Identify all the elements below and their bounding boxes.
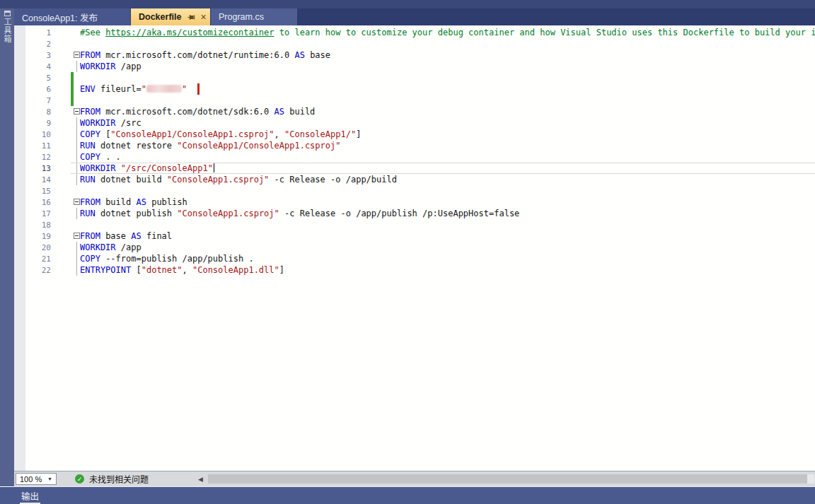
code-lines[interactable]: 1#See https://aka.ms/customizecontainer … — [14, 27, 815, 276]
horizontal-scrollbar[interactable] — [208, 474, 814, 484]
code-token: , — [274, 129, 284, 139]
code-text[interactable]: COPY . . — [80, 151, 815, 163]
code-token: base — [305, 50, 330, 60]
code-line-21[interactable]: 21COPY --from=publish /app/publish . — [14, 253, 815, 264]
code-line-9[interactable]: 9WORKDIR /src — [14, 117, 815, 129]
code-token: FROM — [80, 107, 100, 117]
code-text[interactable] — [80, 95, 815, 106]
line-number: 11 — [25, 140, 51, 151]
fold-collapse-icon[interactable] — [74, 52, 80, 58]
code-line-11[interactable]: 11RUN dotnet restore "ConsoleApp1/Consol… — [14, 140, 815, 151]
code-text[interactable]: RUN dotnet build "ConsoleApp1.csproj" -c… — [80, 174, 815, 185]
code-line-13[interactable]: 13WORKDIR "/src/ConsoleApp1" — [14, 163, 815, 174]
code-line-2[interactable]: 2 — [14, 38, 815, 49]
fold-collapse-icon[interactable] — [74, 108, 80, 115]
line-number: 1 — [25, 27, 51, 38]
code-line-14[interactable]: 14RUN dotnet build "ConsoleApp1.csproj" … — [14, 174, 815, 185]
horizontal-scrollbar-thumb[interactable] — [208, 474, 807, 484]
fold-collapse-icon[interactable] — [74, 199, 80, 205]
code-text[interactable]: WORKDIR /app — [80, 242, 815, 253]
code-text[interactable]: COPY --from=publish /app/publish . — [80, 253, 815, 264]
code-text[interactable]: #See https://aka.ms/customizecontainer t… — [80, 27, 815, 38]
health-message: 未找到相关问题 — [89, 473, 149, 485]
pin-icon[interactable] — [187, 13, 195, 21]
code-text[interactable]: COPY ["ConsoleApp1/ConsoleApp1.csproj", … — [80, 129, 815, 140]
code-editor[interactable]: 1#See https://aka.ms/customizecontainer … — [14, 25, 815, 471]
code-line-15[interactable]: 15 — [14, 185, 815, 197]
code-line-19[interactable]: 19FROM base AS final — [14, 230, 815, 242]
margin-gap — [51, 264, 71, 276]
fold-guide-line — [76, 61, 77, 72]
fold-column — [74, 219, 80, 230]
line-number: 18 — [25, 219, 51, 230]
code-token: WORKDIR — [80, 118, 116, 128]
fold-collapse-icon[interactable] — [74, 233, 80, 239]
code-text[interactable]: FROM build AS publish — [80, 197, 815, 208]
code-line-3[interactable]: 3FROM mcr.microsoft.com/dotnet/runtime:6… — [14, 49, 815, 61]
margin-gap — [51, 163, 71, 174]
code-token: "ConsoleApp1/" — [284, 129, 356, 139]
fold-column — [74, 151, 80, 163]
code-text[interactable] — [80, 219, 815, 230]
comment-link[interactable]: https://aka.ms/customizecontainer — [105, 28, 274, 37]
code-line-6[interactable]: 6ENV fileurl="" — [14, 83, 815, 95]
document-health-indicator[interactable]: ✓ 未找到相关问题 — [75, 473, 149, 485]
code-line-7[interactable]: 7 — [14, 95, 815, 106]
code-line-18[interactable]: 18 — [14, 219, 815, 230]
code-token: WORKDIR — [80, 61, 116, 71]
code-text[interactable] — [80, 185, 815, 197]
code-text[interactable]: WORKDIR "/src/ConsoleApp1" — [80, 163, 815, 174]
code-line-8[interactable]: 8FROM mcr.microsoft.com/dotnet/sdk:6.0 A… — [14, 106, 815, 117]
scroll-left-icon[interactable]: ◀ — [198, 476, 203, 483]
code-text[interactable]: FROM base AS final — [80, 230, 815, 242]
gutter-cell — [14, 129, 25, 140]
line-number: 3 — [25, 49, 51, 61]
code-line-10[interactable]: 10COPY ["ConsoleApp1/ConsoleApp1.csproj"… — [14, 129, 815, 140]
code-token: build — [284, 107, 315, 117]
fold-column — [74, 117, 80, 129]
code-text[interactable]: RUN dotnet publish "ConsoleApp1.csproj" … — [80, 208, 815, 219]
fold-column — [74, 242, 80, 253]
code-text[interactable]: ENTRYPOINT ["dotnet", "ConsoleApp1.dll"] — [80, 264, 815, 276]
code-text[interactable]: FROM mcr.microsoft.com/dotnet/sdk:6.0 AS… — [80, 106, 815, 117]
code-line-4[interactable]: 4WORKDIR /app — [14, 61, 815, 72]
zoom-level-dropdown[interactable]: 100 % ▼ — [16, 473, 57, 485]
check-circle-icon: ✓ — [75, 474, 84, 484]
code-text[interactable]: ENV fileurl="" — [80, 83, 815, 95]
code-line-12[interactable]: 12COPY . . — [14, 151, 815, 163]
code-text[interactable]: WORKDIR /src — [80, 117, 815, 129]
toolbox-tab[interactable]: 工具箱 — [0, 8, 14, 43]
tab-program-cs[interactable]: Program.cs — [211, 8, 297, 25]
margin-gap — [51, 129, 71, 140]
code-token: -c Release -o /app/build — [269, 175, 397, 184]
line-number: 13 — [25, 163, 51, 174]
line-number: 6 — [25, 83, 51, 95]
gutter-cell — [14, 253, 25, 264]
code-line-22[interactable]: 22ENTRYPOINT ["dotnet", "ConsoleApp1.dll… — [14, 264, 815, 276]
line-number: 4 — [25, 61, 51, 72]
code-line-16[interactable]: 16FROM build AS publish — [14, 197, 815, 208]
code-token: to learn how to customize your debug con… — [274, 28, 815, 37]
code-line-1[interactable]: 1#See https://aka.ms/customizecontainer … — [14, 27, 815, 38]
code-token: COPY — [80, 152, 100, 162]
code-text[interactable] — [80, 38, 815, 49]
code-line-20[interactable]: 20WORKDIR /app — [14, 242, 815, 253]
tab-output[interactable]: 输出 — [20, 488, 40, 504]
code-token: "ConsoleApp1/ConsoleApp1.csproj" — [110, 129, 274, 139]
tab-consoleapp1-publish[interactable]: ConsoleApp1: 发布 — [14, 8, 130, 25]
code-text[interactable] — [80, 72, 815, 83]
fold-guide-line — [76, 151, 77, 163]
gutter-cell — [14, 230, 25, 242]
code-line-17[interactable]: 17RUN dotnet publish "ConsoleApp1.csproj… — [14, 208, 815, 219]
code-text[interactable]: FROM mcr.microsoft.com/dotnet/runtime:6.… — [80, 49, 815, 61]
margin-gap — [51, 208, 71, 219]
code-text[interactable]: RUN dotnet restore "ConsoleApp1/ConsoleA… — [80, 140, 815, 151]
fold-column — [74, 27, 80, 38]
code-line-5[interactable]: 5 — [14, 72, 815, 83]
gutter-cell — [14, 140, 25, 151]
close-icon[interactable]: × — [200, 12, 206, 22]
code-text[interactable]: WORKDIR /app — [80, 61, 815, 72]
toolbox-sidebar[interactable]: 工具箱 — [0, 8, 14, 486]
gutter-cell — [14, 117, 25, 129]
tab-dockerfile[interactable]: Dockerfile × — [131, 8, 210, 25]
